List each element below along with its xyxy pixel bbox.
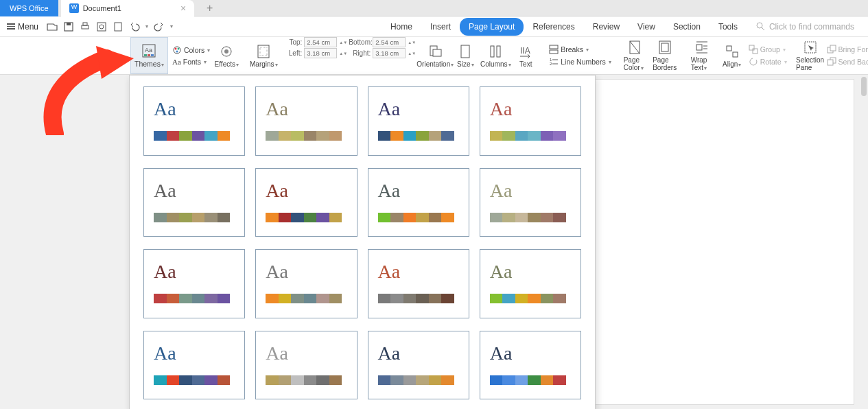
selection-pane-button[interactable]: Selection Pane [795, 37, 825, 74]
document-tab[interactable]: Document1 × [61, 0, 194, 16]
theme-option-5[interactable]: Aa [143, 168, 245, 237]
svg-rect-12 [148, 54, 150, 56]
svg-point-5 [99, 25, 104, 29]
print-icon[interactable] [80, 21, 91, 32]
margin-right-input[interactable]: 3.18 cm [373, 48, 406, 58]
margin-top-spinner[interactable]: ▲▼ [339, 40, 344, 45]
columns-icon [488, 44, 503, 59]
svg-rect-51 [828, 60, 833, 65]
theme-option-15[interactable]: Aa [368, 331, 469, 400]
margins-button[interactable]: Margins▾ [248, 37, 279, 74]
tab-review[interactable]: Review [584, 18, 629, 36]
svg-rect-2 [82, 25, 89, 29]
theme-font-sample: Aa [490, 262, 513, 281]
margin-left-label: Left: [280, 49, 302, 57]
theme-option-2[interactable]: Aa [255, 86, 357, 156]
menu-button[interactable]: Menu [18, 22, 38, 32]
svg-rect-24 [461, 45, 469, 58]
margin-top-input[interactable]: 2.54 cm [304, 37, 337, 47]
tab-home[interactable]: Home [382, 18, 421, 36]
svg-rect-1 [67, 23, 71, 25]
tab-page-layout[interactable]: Page Layout [460, 18, 524, 36]
rotate-button[interactable]: Rotate▾ [747, 56, 788, 67]
align-button[interactable]: Align▾ [717, 37, 747, 74]
page-borders-icon [657, 40, 672, 55]
effects-button[interactable]: Effects▾ [211, 37, 242, 74]
theme-option-11[interactable]: Aa [368, 249, 469, 318]
print-preview-icon[interactable] [96, 21, 107, 32]
line-numbers-icon: 12 [549, 57, 559, 67]
tab-section[interactable]: Section [664, 18, 709, 36]
undo-icon[interactable] [129, 21, 140, 32]
redo-icon[interactable] [154, 21, 165, 32]
send-backward-button[interactable]: Send Backward▾ [825, 56, 868, 67]
save-icon[interactable] [63, 21, 74, 32]
theme-option-1[interactable]: Aa [143, 86, 245, 156]
close-icon[interactable]: × [180, 3, 186, 14]
size-button[interactable]: Size▾ [450, 37, 480, 74]
theme-color-swatches [378, 375, 454, 385]
svg-point-19 [224, 49, 228, 54]
theme-font-sample: Aa [266, 100, 288, 119]
app-tab[interactable]: WPS Office [0, 0, 58, 16]
tab-insert[interactable]: Insert [421, 18, 460, 36]
theme-option-10[interactable]: Aa [255, 249, 357, 318]
theme-option-3[interactable]: Aa [368, 86, 469, 156]
theme-option-4[interactable]: Aa [480, 86, 581, 156]
margin-bottom-spinner[interactable]: ▲▼ [408, 40, 413, 45]
svg-text:2: 2 [550, 62, 552, 66]
tab-tools[interactable]: Tools [709, 18, 747, 36]
svg-rect-45 [749, 45, 754, 50]
size-icon [458, 44, 473, 59]
breaks-button[interactable]: Breaks▾ [548, 44, 612, 55]
theme-font-sample: Aa [154, 181, 176, 200]
vertical-scrollbar[interactable] [861, 77, 867, 406]
wrap-text-button[interactable]: Wrap Text▾ [687, 37, 717, 74]
theme-color-swatches [154, 375, 230, 385]
page-borders-button[interactable]: Page Borders [650, 37, 680, 74]
svg-rect-23 [433, 49, 441, 56]
bring-forward-button[interactable]: Bring Forward▾ [825, 44, 868, 55]
margin-bottom-label: Bottom: [349, 38, 371, 46]
theme-font-sample: Aa [266, 181, 288, 200]
add-tab-button[interactable]: + [207, 2, 213, 14]
themes-button[interactable]: Aa Themes▾ [130, 37, 168, 74]
theme-color-swatches [490, 375, 566, 385]
theme-option-8[interactable]: Aa [480, 168, 581, 237]
undo-dropdown[interactable]: ▾ [145, 23, 148, 30]
margin-bottom-input[interactable]: 2.54 cm [373, 37, 406, 47]
tab-view[interactable]: View [629, 18, 664, 36]
colors-button[interactable]: Colors▾ [171, 45, 211, 56]
paste-icon[interactable] [113, 21, 124, 32]
theme-option-12[interactable]: Aa [480, 249, 581, 318]
scroll-thumb[interactable] [861, 77, 867, 96]
theme-option-13[interactable]: Aa [143, 331, 245, 400]
group-button[interactable]: Group▾ [747, 44, 788, 55]
title-bar: WPS Office Document1 × + [0, 0, 868, 16]
theme-font-sample: Aa [154, 100, 176, 119]
line-numbers-button[interactable]: 12Line Numbers▾ [548, 56, 612, 67]
page-color-button[interactable]: Page Color▾ [620, 37, 650, 74]
theme-option-9[interactable]: Aa [143, 249, 245, 318]
margin-right-spinner[interactable]: ▲▼ [408, 51, 413, 56]
theme-option-16[interactable]: Aa [480, 331, 581, 400]
command-search[interactable]: Click to find commands [756, 22, 854, 32]
fonts-button[interactable]: AaFonts▾ [171, 57, 211, 67]
bring-forward-icon [827, 45, 836, 54]
theme-color-swatches [266, 213, 342, 222]
margin-left-input[interactable]: 3.18 cm [304, 48, 337, 58]
theme-option-7[interactable]: Aa [368, 168, 469, 237]
hamburger-icon[interactable] [7, 23, 15, 30]
theme-option-14[interactable]: Aa [255, 331, 357, 400]
theme-color-swatches [490, 131, 566, 141]
theme-option-6[interactable]: Aa [255, 168, 357, 237]
svg-rect-6 [115, 23, 121, 31]
text-direction-button[interactable]: IIA Text [511, 37, 541, 74]
redo-dropdown[interactable]: ▾ [170, 23, 173, 30]
orientation-button[interactable]: Orientation▾ [420, 37, 450, 74]
document-page[interactable] [590, 79, 854, 405]
open-icon[interactable] [47, 21, 58, 32]
tab-references[interactable]: References [524, 18, 583, 36]
margin-left-spinner[interactable]: ▲▼ [339, 51, 344, 56]
columns-button[interactable]: Columns▾ [480, 37, 511, 74]
